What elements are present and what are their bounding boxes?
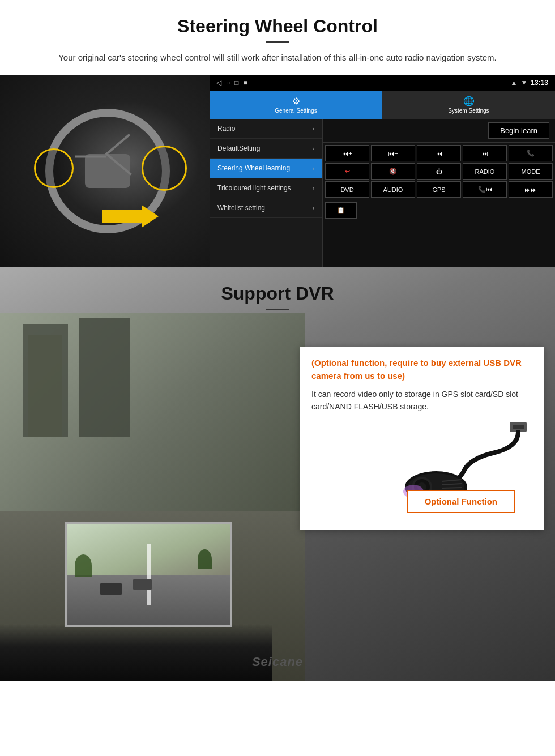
svg-rect-1 xyxy=(513,425,524,429)
general-settings-icon: ⚙ xyxy=(292,96,300,106)
android-panel: ◁ ○ □ ■ ▲ ▼ 13:13 ⚙ General Settings 🌐 S… xyxy=(210,75,555,267)
dvr-card-description: It can record video only to storage in G… xyxy=(311,388,532,413)
menu-item-steering[interactable]: Steering Wheel learning › xyxy=(210,159,322,178)
dvr-divider xyxy=(266,309,289,310)
begin-learn-button[interactable]: Begin learn xyxy=(488,122,549,139)
menu-item-whitelist-label: Whitelist setting xyxy=(217,204,265,212)
menu-arrow-default: › xyxy=(313,146,314,152)
mute-button[interactable]: 🔇 xyxy=(371,163,415,180)
mode-button[interactable]: MODE xyxy=(509,163,553,180)
seicane-brand: Seicane xyxy=(252,655,303,669)
audio-button[interactable]: AUDIO xyxy=(371,181,415,198)
preview-tree-2 xyxy=(198,549,212,569)
menu-arrow-steering: › xyxy=(313,165,314,172)
power-button[interactable]: ⏻ xyxy=(417,163,461,180)
system-settings-label: System Settings xyxy=(448,108,489,114)
control-circle-right xyxy=(142,146,187,191)
wifi-icon: ▼ xyxy=(520,79,527,87)
system-settings-icon: 🌐 xyxy=(463,96,475,106)
control-button-grid: ⏮+ ⏮− ⏮ ⏭ 📞 ↩ 🔇 ⏻ RADIO MODE DVD AUDIO G… xyxy=(323,143,555,200)
optional-function-button[interactable]: Optional Function xyxy=(407,490,515,513)
android-statusbar: ◁ ○ □ ■ ▲ ▼ 13:13 xyxy=(210,75,555,91)
general-settings-label: General Settings xyxy=(275,108,317,114)
tab-system-settings[interactable]: 🌐 System Settings xyxy=(382,91,555,119)
preview-car-1 xyxy=(100,583,122,595)
menu-item-radio[interactable]: Radio › xyxy=(210,119,322,139)
extra-button[interactable]: 📋 xyxy=(325,202,357,219)
call-next-button[interactable]: ⏭⏭ xyxy=(509,181,553,198)
android-content: Radio › DefaultSetting › Steering Wheel … xyxy=(210,119,555,267)
page-title: Steering Wheel Control xyxy=(0,0,555,41)
menu-item-radio-label: Radio xyxy=(217,125,235,133)
android-tabs: ⚙ General Settings 🌐 System Settings xyxy=(210,91,555,119)
call-answer-button[interactable]: 📞 xyxy=(509,145,553,161)
preview-tree-1 xyxy=(75,554,92,577)
call-end-button[interactable]: ↩ xyxy=(325,163,369,180)
button-panel: Begin learn ⏮+ ⏮− ⏮ ⏭ 📞 ↩ 🔇 ⏻ RADIO MODE… xyxy=(323,119,555,267)
radio-button[interactable]: RADIO xyxy=(463,163,507,180)
wheel-spoke-left xyxy=(105,134,130,155)
menu-item-tricolour[interactable]: Tricoloured light settings › xyxy=(210,178,322,198)
menu-icon[interactable]: ■ xyxy=(244,79,247,87)
dvr-card-title: (Optional function, require to buy exter… xyxy=(311,357,532,382)
building-2 xyxy=(28,335,62,437)
tab-general-settings[interactable]: ⚙ General Settings xyxy=(210,91,382,119)
menu-item-tricolour-label: Tricoloured light settings xyxy=(217,184,291,192)
svg-line-10 xyxy=(442,488,462,488)
begin-learn-row: Begin learn xyxy=(323,119,555,143)
menu-arrow-whitelist: › xyxy=(313,205,314,211)
menu-arrow-radio: › xyxy=(313,126,314,132)
status-time: 13:13 xyxy=(531,79,548,87)
dvr-title-container: Support DVR xyxy=(0,267,555,315)
wheel-container xyxy=(17,86,198,256)
preview-car-2 xyxy=(133,579,152,590)
wheel-hub xyxy=(85,154,130,188)
dvr-info-card: (Optional function, require to buy exter… xyxy=(300,347,544,530)
menu-arrow-tricolour: › xyxy=(313,185,314,191)
dashboard-interior xyxy=(0,624,272,681)
wheel-spoke-bottom xyxy=(75,156,106,158)
dvr-preview-image xyxy=(65,522,232,627)
home-icon[interactable]: ○ xyxy=(226,79,230,87)
section-subtitle: Your original car's steering wheel contr… xyxy=(0,51,555,75)
prev-button[interactable]: ⏮ xyxy=(417,145,461,161)
recents-icon[interactable]: □ xyxy=(234,79,238,87)
optional-button-container: Optional Function xyxy=(407,490,515,513)
menu-item-whitelist[interactable]: Whitelist setting › xyxy=(210,198,322,218)
settings-menu: Radio › DefaultSetting › Steering Wheel … xyxy=(210,119,323,267)
preview-lane xyxy=(147,544,151,605)
signal-icon: ▲ xyxy=(511,79,518,87)
menu-item-default[interactable]: DefaultSetting › xyxy=(210,139,322,159)
steering-section: ◁ ○ □ ■ ▲ ▼ 13:13 ⚙ General Settings 🌐 S… xyxy=(0,75,555,267)
dvr-preview-scene xyxy=(67,524,230,625)
vol-down-button[interactable]: ⏮− xyxy=(371,145,415,161)
dvr-section: Support DVR (Optional function, require … xyxy=(0,267,555,681)
gps-button[interactable]: GPS xyxy=(417,181,461,198)
call-prev-button[interactable]: 📞⏮ xyxy=(463,181,507,198)
dvr-section-title: Support DVR xyxy=(0,283,555,304)
menu-item-steering-label: Steering Wheel learning xyxy=(217,164,290,172)
menu-item-default-label: DefaultSetting xyxy=(217,144,260,152)
back-icon[interactable]: ◁ xyxy=(216,79,221,87)
next-button[interactable]: ⏭ xyxy=(463,145,507,161)
steering-bg xyxy=(0,75,212,267)
nav-icons: ◁ ○ □ ■ xyxy=(216,79,247,87)
building-3 xyxy=(79,318,130,437)
control-circle-left xyxy=(34,148,74,188)
vol-up-button[interactable]: ⏮+ xyxy=(325,145,369,161)
dvd-button[interactable]: DVD xyxy=(325,181,369,198)
title-divider xyxy=(266,41,289,43)
